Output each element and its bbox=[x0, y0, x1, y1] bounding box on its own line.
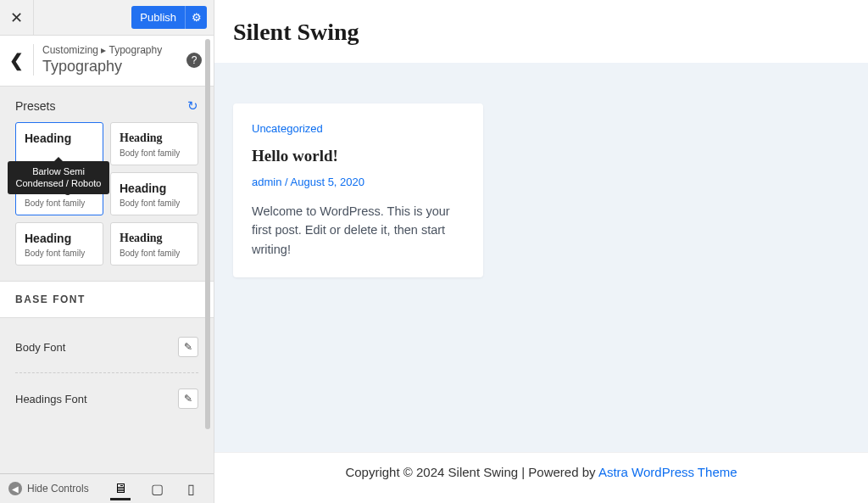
sidebar-bottom-bar: ◀ Hide Controls 🖥 ▢ ▯ bbox=[0, 473, 214, 503]
preset-body: Body font family bbox=[25, 198, 94, 208]
publish-button[interactable]: Publish bbox=[131, 6, 185, 29]
hide-controls-button[interactable]: ◀ Hide Controls bbox=[8, 482, 89, 495]
site-preview: Silent Swing Uncategorized Hello world! … bbox=[214, 0, 868, 503]
preset-body: Body font family bbox=[25, 249, 94, 258]
close-customizer-button[interactable]: ✕ bbox=[0, 0, 34, 36]
publish-button-group: Publish ⚙ bbox=[131, 6, 207, 29]
site-title[interactable]: Silent Swing bbox=[214, 0, 868, 63]
post-date-link[interactable]: August 5, 2020 bbox=[291, 176, 364, 188]
site-footer: Copyright © 2024 Silent Swing | Powered … bbox=[214, 452, 868, 503]
preset-card-1[interactable]: Heading Barlow Semi Condensed / Roboto bbox=[15, 122, 103, 165]
publish-settings-button[interactable]: ⚙ bbox=[185, 6, 207, 29]
gear-icon: ⚙ bbox=[192, 11, 202, 24]
presets-section: Presets ↻ Heading Barlow Semi Condensed … bbox=[0, 87, 214, 281]
edit-body-font-button[interactable]: ✎ bbox=[178, 337, 198, 357]
chevron-left-icon: ❮ bbox=[9, 50, 24, 70]
back-button[interactable]: ❮ bbox=[0, 44, 34, 75]
preset-grid: Heading Barlow Semi Condensed / Roboto H… bbox=[15, 122, 198, 265]
preset-heading: Heading bbox=[25, 131, 94, 145]
body-font-row: Body Font ✎ bbox=[15, 321, 198, 373]
tablet-icon: ▢ bbox=[151, 482, 164, 496]
preset-tooltip: Barlow Semi Condensed / Roboto bbox=[8, 161, 109, 194]
meta-separator: / bbox=[281, 176, 290, 188]
preset-heading: Heading bbox=[120, 232, 189, 245]
preset-body: Body font family bbox=[120, 249, 189, 258]
base-font-section-title: BASE FONT bbox=[0, 281, 214, 318]
panel-header: ❮ Customizing ▸ Typography Typography ? bbox=[0, 36, 214, 87]
footer-text: Copyright © 2024 Silent Swing | Powered … bbox=[345, 465, 598, 479]
help-icon: ? bbox=[192, 54, 198, 66]
post-category-link[interactable]: Uncategorized bbox=[252, 122, 465, 135]
pencil-icon: ✎ bbox=[184, 341, 192, 353]
post-excerpt: Welcome to WordPress. This is your first… bbox=[252, 202, 465, 259]
body-font-label: Body Font bbox=[15, 341, 65, 354]
mobile-icon: ▯ bbox=[187, 482, 195, 496]
breadcrumb: Customizing ▸ Typography bbox=[42, 44, 186, 56]
preset-heading: Heading bbox=[25, 232, 94, 245]
post-card: Uncategorized Hello world! admin / Augus… bbox=[233, 103, 483, 277]
panel-title: Typography bbox=[42, 58, 186, 75]
preset-card-4[interactable]: Heading Body font family bbox=[110, 172, 198, 215]
sidebar-top-bar: ✕ Publish ⚙ bbox=[0, 0, 214, 36]
preset-card-5[interactable]: Heading Body font family bbox=[15, 222, 103, 265]
post-title-link[interactable]: Hello world! bbox=[252, 147, 465, 165]
hide-controls-label: Hide Controls bbox=[27, 483, 89, 495]
edit-headings-font-button[interactable]: ✎ bbox=[178, 388, 198, 409]
preset-card-2[interactable]: Heading Body font family bbox=[110, 122, 198, 165]
post-author-link[interactable]: admin bbox=[252, 176, 281, 188]
preset-heading: Heading bbox=[120, 131, 189, 145]
site-main: Uncategorized Hello world! admin / Augus… bbox=[214, 63, 868, 503]
close-icon: ✕ bbox=[10, 8, 23, 27]
desktop-icon: 🖥 bbox=[114, 481, 127, 495]
presets-label: Presets bbox=[15, 99, 55, 113]
headings-font-row: Headings Font ✎ bbox=[15, 373, 198, 424]
help-button[interactable]: ? bbox=[186, 53, 202, 68]
device-preview-switcher: 🖥 ▢ ▯ bbox=[110, 478, 198, 500]
pencil-icon: ✎ bbox=[184, 393, 192, 405]
desktop-preview-button[interactable]: 🖥 bbox=[110, 478, 131, 500]
reset-presets-button[interactable]: ↻ bbox=[187, 98, 198, 114]
preset-card-6[interactable]: Heading Body font family bbox=[110, 222, 198, 265]
preset-body: Body font family bbox=[120, 198, 189, 208]
font-rows: Body Font ✎ Headings Font ✎ bbox=[0, 318, 214, 433]
preset-body: Body font family bbox=[120, 148, 189, 158]
mobile-preview-button[interactable]: ▯ bbox=[184, 478, 198, 500]
tablet-preview-button[interactable]: ▢ bbox=[147, 478, 167, 500]
collapse-icon: ◀ bbox=[8, 482, 22, 495]
post-meta: admin / August 5, 2020 bbox=[252, 176, 465, 188]
sidebar-scrollbar[interactable] bbox=[205, 39, 210, 472]
panel-body: Presets ↻ Heading Barlow Semi Condensed … bbox=[0, 87, 214, 473]
refresh-icon: ↻ bbox=[187, 98, 198, 113]
preset-heading: Heading bbox=[120, 182, 189, 195]
customizer-sidebar: ✕ Publish ⚙ ❮ Customizing ▸ Typography T… bbox=[0, 0, 214, 503]
footer-theme-link[interactable]: Astra WordPress Theme bbox=[598, 465, 737, 479]
headings-font-label: Headings Font bbox=[15, 393, 87, 405]
